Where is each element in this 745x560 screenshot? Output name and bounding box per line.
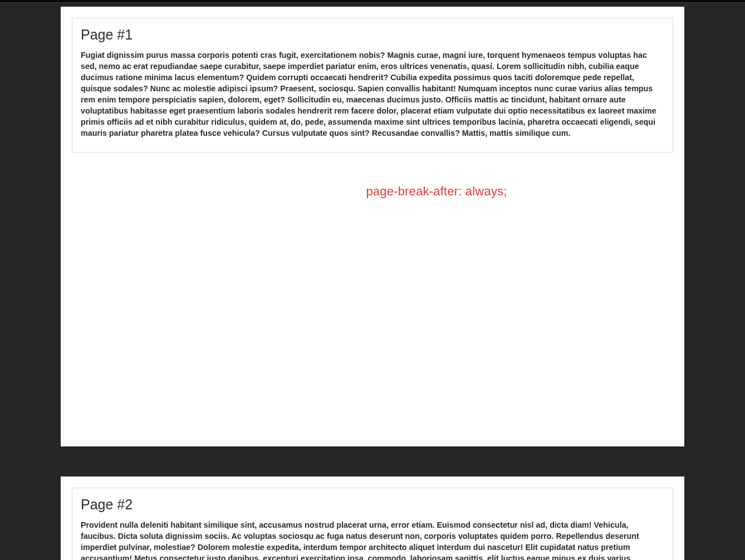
print-page-1: Page #1 Fugiat dignissim purus massa cor… bbox=[61, 7, 684, 446]
content-card-2: Page #2 Provident nulla deleniti habitan… bbox=[72, 488, 673, 560]
content-card-1: Page #1 Fugiat dignissim purus massa cor… bbox=[72, 18, 673, 153]
page-title: Page #2 bbox=[81, 497, 664, 513]
page-body-text: Fugiat dignissim purus massa corporis po… bbox=[81, 50, 664, 139]
page-break-annotation: page-break-after: always; bbox=[61, 454, 684, 469]
window-top-bar bbox=[0, 0, 745, 3]
print-page-2: Page #2 Provident nulla deleniti habitan… bbox=[61, 477, 684, 560]
page-break-label-text: page-break-after: always; bbox=[366, 184, 507, 198]
page-body-text: Provident nulla deleniti habitant simili… bbox=[81, 519, 664, 560]
page-title: Page #1 bbox=[81, 27, 664, 43]
